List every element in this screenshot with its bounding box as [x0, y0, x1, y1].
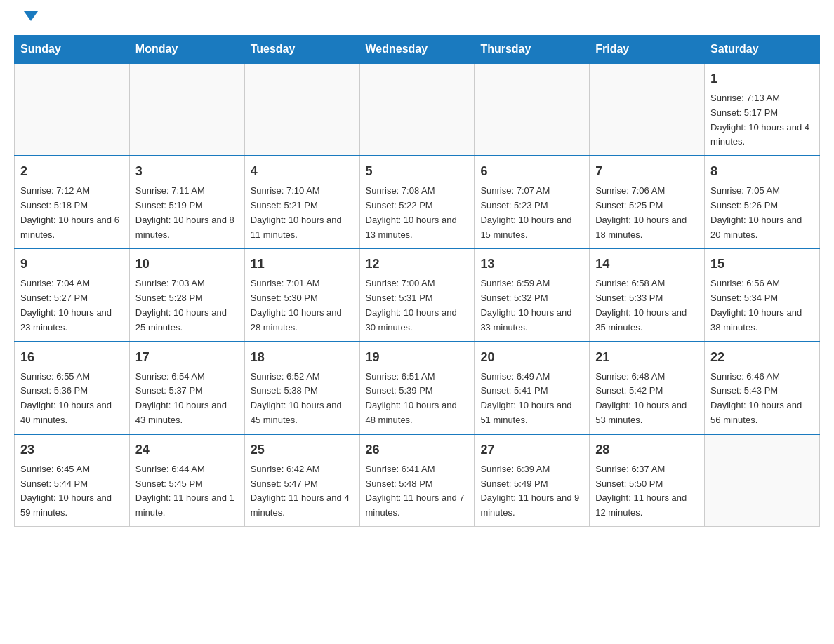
calendar-cell: 25Sunrise: 6:42 AM Sunset: 5:47 PM Dayli… — [244, 434, 359, 527]
day-header-wednesday: Wednesday — [359, 36, 475, 64]
day-number: 22 — [710, 348, 814, 367]
day-header-tuesday: Tuesday — [244, 36, 359, 64]
calendar-header-row: SundayMondayTuesdayWednesdayThursdayFrid… — [15, 36, 820, 64]
day-number: 21 — [595, 348, 699, 367]
day-header-monday: Monday — [129, 36, 244, 64]
day-info: Sunrise: 6:59 AM Sunset: 5:32 PM Dayligh… — [480, 276, 583, 335]
calendar-cell — [244, 63, 359, 156]
page-header — [0, 0, 834, 28]
day-info: Sunrise: 6:41 AM Sunset: 5:48 PM Dayligh… — [366, 462, 469, 521]
day-info: Sunrise: 6:44 AM Sunset: 5:45 PM Dayligh… — [135, 462, 239, 521]
calendar-cell: 10Sunrise: 7:03 AM Sunset: 5:28 PM Dayli… — [129, 248, 244, 341]
day-number: 17 — [135, 348, 239, 367]
calendar-cell — [359, 63, 475, 156]
day-number: 16 — [20, 348, 124, 367]
day-info: Sunrise: 7:00 AM Sunset: 5:31 PM Dayligh… — [366, 276, 469, 335]
day-number: 3 — [135, 162, 239, 181]
calendar-week-row: 23Sunrise: 6:45 AM Sunset: 5:44 PM Dayli… — [15, 434, 820, 527]
calendar-cell: 8Sunrise: 7:05 AM Sunset: 5:26 PM Daylig… — [705, 156, 820, 248]
calendar-cell — [590, 63, 705, 156]
calendar-week-row: 2Sunrise: 7:12 AM Sunset: 5:18 PM Daylig… — [15, 156, 820, 248]
calendar-cell — [15, 63, 130, 156]
calendar-week-row: 16Sunrise: 6:55 AM Sunset: 5:36 PM Dayli… — [15, 342, 820, 434]
calendar-cell: 21Sunrise: 6:48 AM Sunset: 5:42 PM Dayli… — [590, 342, 705, 434]
calendar-cell: 6Sunrise: 7:07 AM Sunset: 5:23 PM Daylig… — [475, 156, 590, 248]
day-number: 27 — [480, 441, 583, 459]
calendar-table: SundayMondayTuesdayWednesdayThursdayFrid… — [14, 35, 820, 527]
day-info: Sunrise: 6:42 AM Sunset: 5:47 PM Dayligh… — [251, 462, 354, 521]
day-info: Sunrise: 6:46 AM Sunset: 5:43 PM Dayligh… — [710, 370, 814, 428]
calendar-cell: 19Sunrise: 6:51 AM Sunset: 5:39 PM Dayli… — [359, 342, 475, 434]
calendar-cell: 27Sunrise: 6:39 AM Sunset: 5:49 PM Dayli… — [475, 434, 590, 527]
calendar-cell: 16Sunrise: 6:55 AM Sunset: 5:36 PM Dayli… — [15, 342, 130, 434]
calendar-cell: 24Sunrise: 6:44 AM Sunset: 5:45 PM Dayli… — [129, 434, 244, 527]
day-header-saturday: Saturday — [705, 36, 820, 64]
calendar-cell: 5Sunrise: 7:08 AM Sunset: 5:22 PM Daylig… — [359, 156, 475, 248]
day-info: Sunrise: 6:52 AM Sunset: 5:38 PM Dayligh… — [251, 370, 354, 428]
day-info: Sunrise: 6:58 AM Sunset: 5:33 PM Dayligh… — [595, 276, 699, 335]
calendar-cell: 26Sunrise: 6:41 AM Sunset: 5:48 PM Dayli… — [359, 434, 475, 527]
day-number: 4 — [251, 162, 354, 181]
day-number: 6 — [480, 162, 583, 181]
day-number: 7 — [595, 162, 699, 181]
logo-triangle-icon — [24, 11, 38, 21]
day-info: Sunrise: 6:45 AM Sunset: 5:44 PM Dayligh… — [20, 462, 124, 521]
day-number: 8 — [710, 162, 814, 181]
day-number: 25 — [251, 441, 354, 459]
day-info: Sunrise: 7:04 AM Sunset: 5:27 PM Dayligh… — [20, 276, 124, 335]
day-header-friday: Friday — [590, 36, 705, 64]
day-number: 15 — [710, 255, 814, 274]
day-number: 14 — [595, 255, 699, 274]
calendar-cell: 12Sunrise: 7:00 AM Sunset: 5:31 PM Dayli… — [359, 248, 475, 341]
day-number: 23 — [20, 441, 124, 459]
day-number: 28 — [595, 441, 699, 459]
day-number: 12 — [366, 255, 469, 274]
calendar-cell: 4Sunrise: 7:10 AM Sunset: 5:21 PM Daylig… — [244, 156, 359, 248]
day-number: 1 — [710, 69, 814, 88]
day-info: Sunrise: 6:54 AM Sunset: 5:37 PM Dayligh… — [135, 370, 239, 428]
day-info: Sunrise: 7:05 AM Sunset: 5:26 PM Dayligh… — [710, 184, 814, 242]
calendar-cell — [129, 63, 244, 156]
day-number: 9 — [20, 255, 124, 274]
day-info: Sunrise: 6:48 AM Sunset: 5:42 PM Dayligh… — [595, 370, 699, 428]
day-number: 10 — [135, 255, 239, 274]
calendar-cell: 28Sunrise: 6:37 AM Sunset: 5:50 PM Dayli… — [590, 434, 705, 527]
calendar-cell: 2Sunrise: 7:12 AM Sunset: 5:18 PM Daylig… — [15, 156, 130, 248]
day-info: Sunrise: 6:37 AM Sunset: 5:50 PM Dayligh… — [595, 462, 699, 521]
calendar-cell: 13Sunrise: 6:59 AM Sunset: 5:32 PM Dayli… — [475, 248, 590, 341]
calendar-cell: 9Sunrise: 7:04 AM Sunset: 5:27 PM Daylig… — [15, 248, 130, 341]
day-number: 11 — [251, 255, 354, 274]
calendar-cell: 1Sunrise: 7:13 AM Sunset: 5:17 PM Daylig… — [705, 63, 820, 156]
day-info: Sunrise: 7:10 AM Sunset: 5:21 PM Dayligh… — [251, 184, 354, 242]
day-info: Sunrise: 7:12 AM Sunset: 5:18 PM Dayligh… — [20, 184, 124, 242]
logo — [21, 14, 38, 21]
day-info: Sunrise: 7:13 AM Sunset: 5:17 PM Dayligh… — [710, 91, 814, 149]
day-number: 2 — [20, 162, 124, 181]
calendar-cell: 11Sunrise: 7:01 AM Sunset: 5:30 PM Dayli… — [244, 248, 359, 341]
day-number: 26 — [366, 441, 469, 459]
day-info: Sunrise: 6:49 AM Sunset: 5:41 PM Dayligh… — [480, 370, 583, 428]
day-header-thursday: Thursday — [475, 36, 590, 64]
day-number: 20 — [480, 348, 583, 367]
calendar-cell: 7Sunrise: 7:06 AM Sunset: 5:25 PM Daylig… — [590, 156, 705, 248]
calendar-cell: 22Sunrise: 6:46 AM Sunset: 5:43 PM Dayli… — [705, 342, 820, 434]
day-header-sunday: Sunday — [15, 36, 130, 64]
calendar-cell — [475, 63, 590, 156]
calendar-cell: 23Sunrise: 6:45 AM Sunset: 5:44 PM Dayli… — [15, 434, 130, 527]
day-number: 13 — [480, 255, 583, 274]
calendar-cell: 18Sunrise: 6:52 AM Sunset: 5:38 PM Dayli… — [244, 342, 359, 434]
day-info: Sunrise: 7:06 AM Sunset: 5:25 PM Dayligh… — [595, 184, 699, 242]
day-info: Sunrise: 6:51 AM Sunset: 5:39 PM Dayligh… — [366, 370, 469, 428]
calendar-week-row: 9Sunrise: 7:04 AM Sunset: 5:27 PM Daylig… — [15, 248, 820, 341]
day-number: 5 — [366, 162, 469, 181]
day-info: Sunrise: 6:55 AM Sunset: 5:36 PM Dayligh… — [20, 370, 124, 428]
day-number: 18 — [251, 348, 354, 367]
day-info: Sunrise: 7:01 AM Sunset: 5:30 PM Dayligh… — [251, 276, 354, 335]
calendar-cell: 15Sunrise: 6:56 AM Sunset: 5:34 PM Dayli… — [705, 248, 820, 341]
day-info: Sunrise: 7:03 AM Sunset: 5:28 PM Dayligh… — [135, 276, 239, 335]
calendar-cell: 20Sunrise: 6:49 AM Sunset: 5:41 PM Dayli… — [475, 342, 590, 434]
calendar-cell: 14Sunrise: 6:58 AM Sunset: 5:33 PM Dayli… — [590, 248, 705, 341]
day-info: Sunrise: 7:08 AM Sunset: 5:22 PM Dayligh… — [366, 184, 469, 242]
day-number: 24 — [135, 441, 239, 459]
calendar-cell — [705, 434, 820, 527]
